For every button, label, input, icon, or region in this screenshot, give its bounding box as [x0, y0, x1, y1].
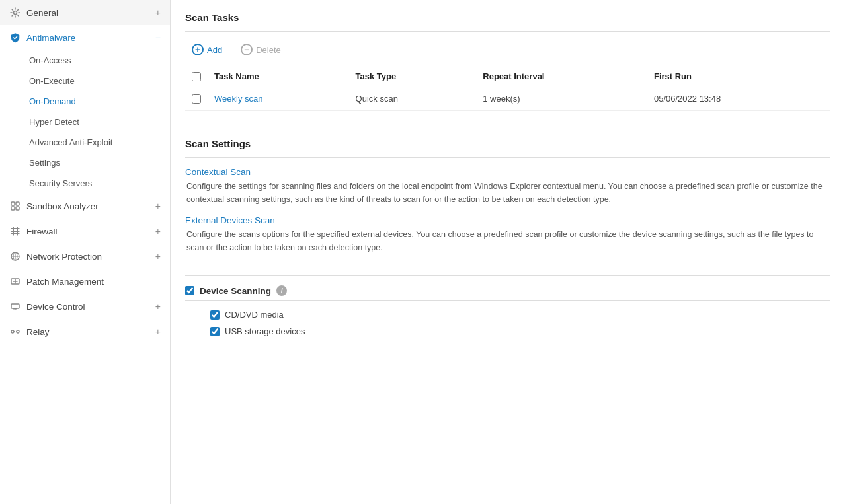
- svg-point-19: [17, 330, 19, 333]
- add-label: Add: [207, 45, 222, 55]
- scan-settings-title: Scan Settings: [185, 138, 830, 149]
- patch-icon: [9, 275, 21, 287]
- svg-rect-1: [11, 202, 15, 205]
- sidebar: General + Antimalware − On-Access On-Exe…: [0, 0, 171, 504]
- contextual-scan-desc: Configure the settings for scanning file…: [185, 180, 830, 206]
- task-interval-cell: 1 week(s): [476, 87, 647, 111]
- table-header-checkbox: [185, 66, 208, 87]
- sidebar-item-antimalware-label: Antimalware: [26, 33, 75, 43]
- device-scanning-label-row: Device Scanning i: [185, 285, 830, 296]
- sidebar-item-network[interactable]: Network Protection +: [0, 244, 170, 269]
- scan-settings-section: Scan Settings Contextual Scan Configure …: [171, 118, 845, 273]
- task-type-cell: Quick scan: [349, 87, 477, 111]
- col-task-type: Task Type: [349, 66, 477, 87]
- external-devices-scan-link[interactable]: External Devices Scan: [185, 215, 275, 225]
- sidebar-item-sandbox[interactable]: Sandbox Analyzer +: [0, 194, 170, 219]
- svg-rect-8: [13, 227, 14, 236]
- svg-rect-16: [13, 308, 17, 310]
- task-name-cell[interactable]: Weekly scan: [208, 87, 349, 111]
- device-scanning-info-icon: i: [276, 285, 287, 296]
- sandbox-expand-icon: +: [155, 201, 161, 211]
- sidebar-sub-security-servers[interactable]: Security Servers: [0, 173, 170, 194]
- svg-rect-7: [11, 233, 20, 234]
- row-checkbox[interactable]: [192, 94, 201, 104]
- usb-checkbox[interactable]: [210, 327, 220, 336]
- svg-rect-5: [11, 228, 20, 229]
- table-row: Weekly scan Quick scan 1 week(s) 05/06/2…: [185, 87, 830, 111]
- sidebar-item-patch[interactable]: Patch Management: [0, 269, 170, 294]
- scan-tasks-toolbar: + Add − Delete: [185, 41, 830, 58]
- firewall-expand-icon: +: [155, 226, 161, 236]
- sidebar-sub-hyper-detect[interactable]: Hyper Detect: [0, 112, 170, 132]
- antimalware-expand-icon: −: [155, 32, 161, 43]
- svg-rect-4: [16, 207, 19, 210]
- contextual-scan-link[interactable]: Contextual Scan: [185, 167, 251, 177]
- sidebar-sub-advanced-anti-exploit[interactable]: Advanced Anti-Exploit: [0, 132, 170, 153]
- delete-icon: −: [241, 44, 253, 55]
- usb-label: USB storage devices: [225, 326, 305, 336]
- network-expand-icon: +: [155, 251, 161, 262]
- sidebar-sub-on-demand[interactable]: On-Demand: [0, 91, 170, 112]
- device-expand-icon: +: [155, 301, 161, 312]
- relay-expand-icon: +: [155, 326, 161, 337]
- scan-tasks-section: Scan Tasks + Add − Delete Tas: [171, 0, 845, 118]
- device-scanning-sub-options: CD/DVD media USB storage devices: [185, 310, 830, 336]
- col-repeat-interval: Repeat Interval: [476, 66, 647, 87]
- add-button[interactable]: + Add: [188, 41, 226, 58]
- delete-label: Delete: [256, 45, 281, 55]
- device-scanning-section: Device Scanning i CD/DVD media USB stora…: [171, 273, 845, 349]
- svg-rect-2: [16, 202, 19, 205]
- svg-rect-6: [11, 231, 20, 232]
- firewall-icon: [9, 225, 21, 237]
- sidebar-item-device[interactable]: Device Control +: [0, 294, 170, 319]
- task-first-run-cell: 05/06/2022 13:48: [647, 87, 830, 111]
- sidebar-item-general-label: General: [26, 8, 58, 18]
- scan-settings-sub-divider: [185, 157, 830, 158]
- sidebar-item-network-label: Network Protection: [26, 252, 102, 262]
- sidebar-item-general[interactable]: General +: [0, 0, 170, 25]
- scan-settings-divider: [185, 127, 830, 127]
- shield-icon: [9, 32, 21, 44]
- device-icon: [9, 301, 21, 312]
- svg-rect-9: [17, 227, 18, 236]
- network-icon: [9, 250, 21, 262]
- general-expand-icon: +: [155, 7, 161, 18]
- sidebar-item-patch-label: Patch Management: [26, 277, 104, 287]
- row-checkbox-cell: [185, 87, 208, 111]
- svg-point-0: [14, 11, 17, 15]
- sidebar-sub-on-access[interactable]: On-Access: [0, 50, 170, 71]
- svg-rect-3: [11, 207, 15, 210]
- scan-tasks-title: Scan Tasks: [185, 12, 830, 23]
- sandbox-icon: [9, 200, 21, 212]
- device-scanning-bottom-divider: [185, 300, 830, 301]
- cd-dvd-checkbox[interactable]: [210, 310, 220, 320]
- device-scanning-divider: [185, 275, 830, 276]
- cd-dvd-label: CD/DVD media: [225, 310, 284, 320]
- main-content: Scan Tasks + Add − Delete Tas: [171, 0, 845, 504]
- add-icon: +: [192, 44, 204, 55]
- sidebar-item-firewall[interactable]: Firewall +: [0, 219, 170, 244]
- sidebar-item-device-label: Device Control: [26, 302, 85, 312]
- sidebar-item-relay[interactable]: Relay +: [0, 319, 170, 344]
- scan-tasks-divider: [185, 31, 830, 32]
- col-first-run: First Run: [647, 66, 830, 87]
- sidebar-item-relay-label: Relay: [26, 327, 50, 337]
- sidebar-sub-on-execute[interactable]: On-Execute: [0, 71, 170, 91]
- usb-option: USB storage devices: [210, 326, 830, 336]
- sidebar-sub-settings[interactable]: Settings: [0, 153, 170, 173]
- col-task-name: Task Name: [208, 66, 349, 87]
- device-scanning-checkbox[interactable]: [185, 286, 194, 295]
- gear-icon: [9, 7, 21, 18]
- svg-point-18: [11, 330, 14, 333]
- sidebar-item-firewall-label: Firewall: [26, 227, 58, 236]
- delete-button[interactable]: − Delete: [237, 41, 285, 58]
- svg-rect-15: [11, 304, 19, 308]
- external-devices-scan-desc: Configure the scans options for the spec…: [185, 228, 830, 254]
- device-scanning-label: Device Scanning: [200, 286, 271, 296]
- select-all-checkbox[interactable]: [192, 72, 201, 81]
- sidebar-item-antimalware[interactable]: Antimalware −: [0, 25, 170, 50]
- cd-dvd-option: CD/DVD media: [210, 310, 830, 320]
- task-table: Task Name Task Type Repeat Interval Firs…: [185, 66, 830, 111]
- relay-icon: [9, 326, 21, 338]
- sidebar-item-sandbox-label: Sandbox Analyzer: [26, 201, 99, 211]
